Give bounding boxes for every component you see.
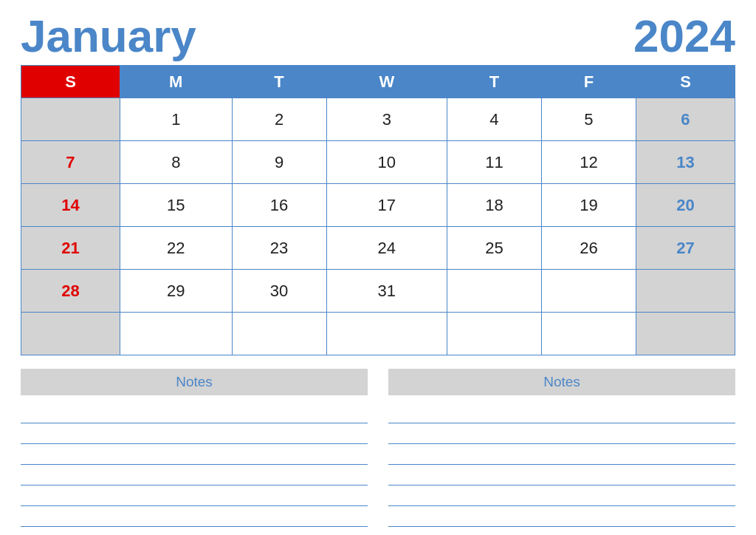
notes-block-left: Notes — [21, 369, 368, 527]
notes-line — [21, 423, 368, 444]
notes-line — [388, 403, 735, 423]
notes-line — [388, 444, 735, 465]
calendar-cell: 7 — [21, 141, 120, 184]
calendar-cell — [21, 313, 120, 355]
calendar-cell — [120, 313, 232, 355]
day-header-thursday: T — [447, 66, 541, 98]
year-title: 2024 — [633, 13, 735, 59]
notes-line — [21, 485, 368, 506]
day-header-wednesday: W — [326, 66, 447, 98]
calendar-cell: 1 — [120, 98, 232, 141]
calendar-cell: 4 — [447, 98, 541, 141]
calendar-cell — [447, 313, 541, 355]
day-header-saturday: S — [636, 66, 735, 98]
calendar-header-row: S M T W T F S — [21, 66, 735, 98]
calendar-cell: 30 — [232, 270, 326, 313]
calendar-cell: 8 — [120, 141, 232, 184]
calendar-cell: 11 — [447, 141, 541, 184]
calendar-cell — [21, 98, 120, 141]
notes-line — [388, 485, 735, 506]
calendar-cell: 9 — [232, 141, 326, 184]
notes-line — [388, 465, 735, 485]
calendar-cell: 25 — [447, 227, 541, 270]
notes-line — [388, 506, 735, 527]
calendar-cell: 6 — [636, 98, 735, 141]
calendar-body: 1 2 3 4 5 6 7 8 9 10 11 12 13 14 15 16 — [21, 98, 735, 355]
calendar-cell: 12 — [541, 141, 636, 184]
calendar-cell: 26 — [541, 227, 636, 270]
notes-line — [21, 506, 368, 527]
day-header-sunday: S — [21, 66, 120, 98]
calendar-cell: 21 — [21, 227, 120, 270]
table-row: 7 8 9 10 11 12 13 — [21, 141, 735, 184]
notes-label-right: Notes — [388, 369, 735, 395]
main-content: January 2024 S M T W T F S 1 2 3 4 5 — [0, 0, 756, 535]
calendar-cell: 29 — [120, 270, 232, 313]
notes-line — [21, 465, 368, 485]
day-header-friday: F — [541, 66, 636, 98]
notes-line — [21, 444, 368, 465]
calendar-cell — [326, 313, 447, 355]
calendar-cell: 2 — [232, 98, 326, 141]
calendar-cell — [636, 270, 735, 313]
calendar-cell: 23 — [232, 227, 326, 270]
calendar-cell — [232, 313, 326, 355]
calendar-cell — [447, 270, 541, 313]
calendar-cell: 16 — [232, 184, 326, 227]
calendar-cell: 17 — [326, 184, 447, 227]
calendar-cell: 10 — [326, 141, 447, 184]
calendar-cell: 18 — [447, 184, 541, 227]
calendar-cell: 31 — [326, 270, 447, 313]
notes-block-right: Notes — [388, 369, 735, 527]
day-header-monday: M — [120, 66, 232, 98]
table-row — [21, 313, 735, 355]
calendar-cell — [541, 313, 636, 355]
table-row: 1 2 3 4 5 6 — [21, 98, 735, 141]
table-row: 21 22 23 24 25 26 27 — [21, 227, 735, 270]
calendar-cell: 15 — [120, 184, 232, 227]
notes-line — [388, 423, 735, 444]
calendar-cell: 28 — [21, 270, 120, 313]
calendar-cell — [636, 313, 735, 355]
table-row: 28 29 30 31 — [21, 270, 735, 313]
notes-line — [21, 403, 368, 423]
header-row: January 2024 — [21, 13, 735, 59]
notes-lines-left — [21, 403, 368, 527]
calendar-cell: 3 — [326, 98, 447, 141]
calendar-cell: 19 — [541, 184, 636, 227]
table-row: 14 15 16 17 18 19 20 — [21, 184, 735, 227]
month-title: January — [21, 13, 196, 59]
calendar-cell: 5 — [541, 98, 636, 141]
day-header-tuesday: T — [232, 66, 326, 98]
calendar-cell: 13 — [636, 141, 735, 184]
calendar-cell: 24 — [326, 227, 447, 270]
calendar-cell: 14 — [21, 184, 120, 227]
notes-section: Notes Notes — [21, 369, 735, 527]
calendar-table: S M T W T F S 1 2 3 4 5 6 7 — [21, 65, 735, 355]
calendar-cell: 27 — [636, 227, 735, 270]
notes-label-left: Notes — [21, 369, 368, 395]
calendar-cell — [541, 270, 636, 313]
calendar-cell: 20 — [636, 184, 735, 227]
calendar-cell: 22 — [120, 227, 232, 270]
notes-lines-right — [388, 403, 735, 527]
